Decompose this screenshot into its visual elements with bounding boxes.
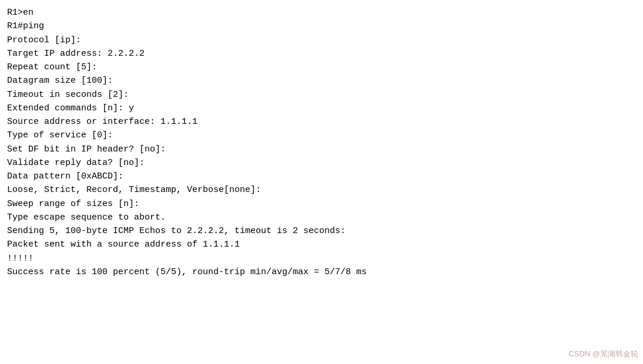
terminal-line-3: Target IP address: 2.2.2.2 xyxy=(7,47,636,60)
terminal-line-6: Timeout in seconds [2]: xyxy=(7,88,636,102)
terminal-line-4: Repeat count [5]: xyxy=(7,60,636,74)
terminal-line-8: Source address or interface: 1.1.1.1 xyxy=(7,115,636,129)
terminal-line-16: Sending 5, 100-byte ICMP Echos to 2.2.2.… xyxy=(7,224,636,238)
terminal-output: R1>enR1#pingProtocol [ip]:Target IP addr… xyxy=(7,6,636,279)
terminal-line-18: !!!!! xyxy=(7,252,636,265)
terminal-line-10: Set DF bit in IP header? [no]: xyxy=(7,143,636,156)
terminal-line-9: Type of service [0]: xyxy=(7,129,636,142)
terminal-line-17: Packet sent with a source address of 1.1… xyxy=(7,238,636,251)
terminal-line-0: R1>en xyxy=(7,6,636,19)
terminal-line-15: Type escape sequence to abort. xyxy=(7,211,636,224)
terminal-line-7: Extended commands [n]: y xyxy=(7,102,636,115)
terminal-line-12: Data pattern [0xABCD]: xyxy=(7,170,636,183)
terminal-line-19: Success rate is 100 percent (5/5), round… xyxy=(7,265,636,279)
watermark-label: CSDN @芜湖韩金轮 xyxy=(568,349,638,359)
terminal-line-5: Datagram size [100]: xyxy=(7,74,636,87)
terminal-line-1: R1#ping xyxy=(7,19,636,33)
terminal-line-13: Loose, Strict, Record, Timestamp, Verbos… xyxy=(7,183,636,197)
terminal-line-11: Validate reply data? [no]: xyxy=(7,156,636,170)
terminal-line-2: Protocol [ip]: xyxy=(7,33,636,47)
terminal-line-14: Sweep range of sizes [n]: xyxy=(7,197,636,211)
